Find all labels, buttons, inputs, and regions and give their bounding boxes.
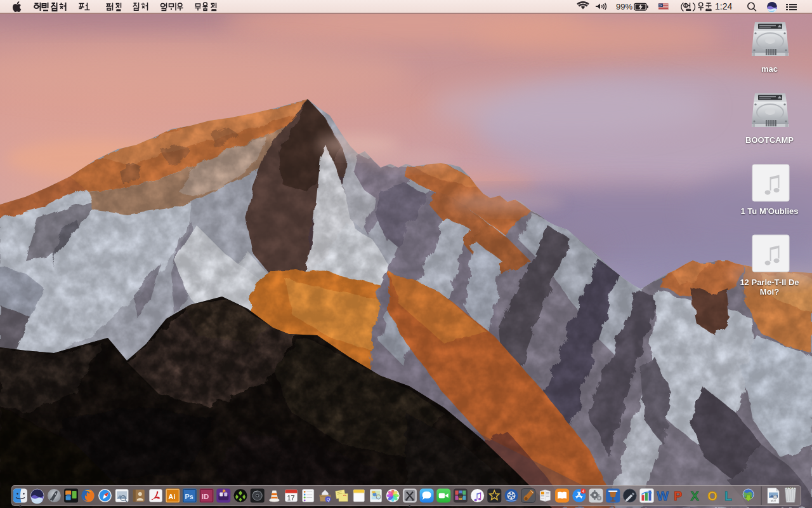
svg-text:Q: Q — [327, 497, 330, 502]
svg-text:L: L — [724, 489, 732, 503]
svg-text:Ai: Ai — [168, 493, 175, 500]
svg-text:W: W — [657, 489, 669, 503]
svg-text:ID: ID — [202, 493, 209, 500]
svg-text:Ps: Ps — [185, 493, 193, 500]
svg-text:4: 4 — [582, 489, 585, 493]
svg-text:17: 17 — [287, 494, 295, 502]
svg-text:MOV: MOV — [771, 500, 776, 502]
svg-text:P: P — [674, 489, 682, 503]
svg-text:X: X — [691, 489, 700, 503]
svg-text:O: O — [707, 489, 717, 503]
